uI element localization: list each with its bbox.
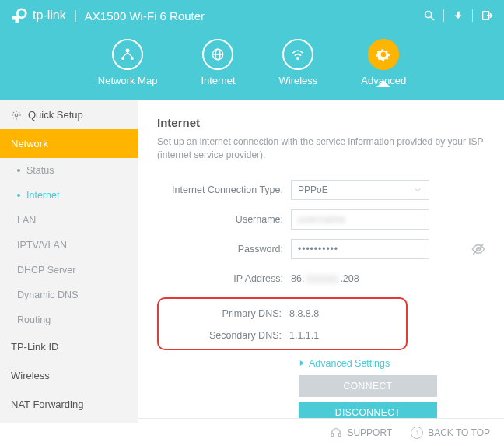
sidebar-item-label: NAT Forwarding [11,399,83,410]
connection-type-select[interactable]: PPPoE [291,180,429,200]
sidebar-ddns[interactable]: Dynamic DNS [0,283,138,307]
label-primary-dns: Primary DNS: [159,308,289,319]
advanced-settings-link[interactable]: Advanced Settings [299,358,485,369]
svg-rect-2 [12,16,19,20]
button-label: DISCONNECT [335,407,401,418]
label-secondary-dns: Secondary DNS: [159,330,289,341]
sidebar-item-label: LAN [17,215,36,226]
nav-advanced[interactable]: Advanced [361,39,406,86]
ip-value: 86..208 [291,273,359,284]
secondary-dns-value: 1.1.1.1 [289,330,319,341]
label-connection-type: Internet Connection Type: [157,184,291,195]
app-header: tp-link | AX1500 Wi-Fi 6 Router Network … [0,0,504,100]
arrow-up-icon: ↑ [411,427,423,439]
sidebar-tplink-id[interactable]: TP-Link ID [0,332,138,361]
main-content: Internet Set up an internet connection w… [138,100,504,423]
svg-point-3 [425,12,432,18]
label-password: Password: [157,244,291,255]
header-actions [423,9,493,22]
sidebar-item-label: Dynamic DNS [17,290,79,300]
tplink-logo-icon [11,7,28,24]
sidebar-item-label: Status [26,165,54,176]
sidebar-wireless[interactable]: Wireless [0,361,138,390]
primary-dns-value: 8.8.8.8 [289,308,319,319]
gear-icon [11,110,22,121]
nav-wireless[interactable]: Wireless [279,39,318,86]
username-input[interactable]: username [291,209,429,230]
svg-rect-17 [331,433,334,436]
headset-icon [330,427,342,439]
label-username: Username: [157,214,291,225]
product-name: AX1500 Wi-Fi 6 Router [85,9,205,23]
sidebar-item-label: Internet [26,190,59,201]
sidebar-item-label: Wireless [11,370,50,381]
button-label: CONNECT [344,381,393,392]
triangle-right-icon [299,360,306,367]
sidebar-internet[interactable]: Internet [0,183,138,208]
redacted [306,275,338,283]
footer-label: SUPPORT [347,427,392,438]
sidebar-quick-setup[interactable]: Quick Setup [0,100,138,129]
svg-point-7 [121,57,124,60]
svg-point-14 [15,114,18,117]
main-nav: Network Map Internet Wireless Advanced [0,31,504,100]
sidebar-status[interactable]: Status [0,158,138,183]
link-label: Advanced Settings [309,358,390,369]
network-map-icon [120,47,135,62]
svg-line-4 [431,17,434,20]
sidebar-item-label: TP-Link ID [11,341,58,353]
sidebar: Quick Setup Network Status Internet LAN … [0,100,138,423]
update-icon[interactable] [452,9,464,22]
chevron-down-icon [413,185,422,195]
input-value: •••••••••• [298,244,338,255]
logout-icon[interactable] [481,9,493,22]
sidebar-item-label: Routing [17,314,51,325]
gear-icon [376,47,391,62]
sidebar-routing[interactable]: Routing [0,307,138,332]
divider: | [74,9,77,23]
brand-name: tp-link [33,9,66,23]
sidebar-item-label: IPTV/VLAN [17,240,67,251]
label-ip: IP Address: [157,273,291,284]
nav-internet[interactable]: Internet [201,39,235,86]
nav-label: Wireless [279,75,318,86]
sidebar-network[interactable]: Network [0,129,138,158]
back-to-top-link[interactable]: ↑ BACK TO TOP [411,427,490,439]
eye-off-icon[interactable] [471,242,485,256]
password-input[interactable]: •••••••••• [291,239,429,259]
support-link[interactable]: SUPPORT [330,427,392,439]
footer-label: BACK TO TOP [428,427,490,438]
input-value: username [298,214,345,225]
brand: tp-link [11,7,66,24]
svg-rect-18 [339,433,341,436]
sidebar-item-label: Network [11,138,48,149]
sidebar-lan[interactable]: LAN [0,208,138,233]
sidebar-parental[interactable]: Parental Controls [0,419,138,423]
sidebar-nat[interactable]: NAT Forwarding [0,390,138,419]
svg-point-6 [126,49,130,53]
sidebar-iptv[interactable]: IPTV/VLAN [0,233,138,258]
search-icon[interactable] [423,9,436,22]
footer: SUPPORT ↑ BACK TO TOP [138,418,504,446]
svg-point-13 [382,53,386,57]
sidebar-item-label: DHCP Server [17,265,75,276]
nav-label: Network Map [98,75,158,86]
select-value: PPPoE [298,184,328,195]
nav-network-map[interactable]: Network Map [98,39,158,86]
page-title: Internet [157,116,485,129]
wifi-icon [290,47,306,62]
connect-button[interactable]: CONNECT [299,375,437,397]
svg-point-12 [297,58,299,60]
nav-label: Internet [201,75,235,86]
globe-icon [210,47,226,62]
dns-highlight-box: Primary DNS: 8.8.8.8 Secondary DNS: 1.1.… [157,297,408,350]
page-description: Set up an internet connection with the s… [157,135,485,162]
svg-point-8 [131,57,134,60]
sidebar-item-label: Quick Setup [28,109,83,121]
sidebar-dhcp[interactable]: DHCP Server [0,258,138,283]
